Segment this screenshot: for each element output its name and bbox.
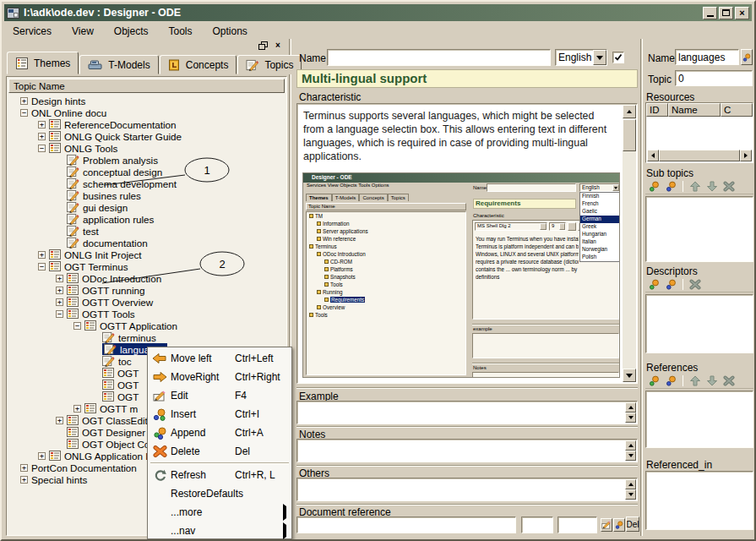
rp-name-edit-button[interactable] <box>741 49 753 65</box>
add-child-icon[interactable] <box>647 179 661 193</box>
example-spin-down-icon[interactable] <box>625 413 636 423</box>
document-reference-page-input[interactable] <box>522 517 552 533</box>
expander-icon[interactable]: − <box>73 322 81 330</box>
expander-icon[interactable]: − <box>20 109 28 117</box>
resources-table[interactable]: IDNameC <box>645 102 753 163</box>
tree-item[interactable]: gui design <box>8 201 285 213</box>
maximize-button[interactable] <box>719 7 733 19</box>
close-button[interactable]: × <box>735 7 749 19</box>
others-field[interactable] <box>296 478 638 501</box>
menu-objects[interactable]: Objects <box>114 25 149 37</box>
tree-item[interactable]: +Design hints <box>8 95 285 107</box>
example-spin-up-icon[interactable] <box>625 402 636 413</box>
expander-icon[interactable]: + <box>56 287 63 294</box>
tree-item[interactable]: application rules <box>8 213 285 225</box>
tab-t-models[interactable]: T-Models <box>79 55 158 74</box>
menu-view[interactable]: View <box>72 25 94 37</box>
notes-spin-down-icon[interactable] <box>625 451 636 461</box>
context-menu-item----nav[interactable]: ...nav <box>149 522 291 540</box>
tree-item[interactable]: conceptual design <box>8 166 285 178</box>
characteristic-scrollbar[interactable] <box>623 105 636 382</box>
add-child-icon[interactable] <box>647 277 661 291</box>
descriptors-list[interactable] <box>645 294 753 353</box>
expander-icon[interactable]: + <box>56 275 63 282</box>
resources-column-id[interactable]: ID <box>646 103 668 117</box>
scroll-down-icon[interactable] <box>623 369 636 382</box>
rp-name-input[interactable] <box>676 50 738 64</box>
context-menu-item----more[interactable]: ...more <box>149 503 291 522</box>
expander-icon[interactable]: + <box>38 133 46 140</box>
expander-icon[interactable]: − <box>38 263 46 270</box>
menu-options[interactable]: Options <box>213 25 247 37</box>
notes-spin-up-icon[interactable] <box>625 440 636 451</box>
tree-item[interactable]: −OGTT Application <box>8 320 285 331</box>
menu-tools[interactable]: Tools <box>169 25 193 37</box>
tree-item[interactable]: terminus <box>8 331 285 343</box>
context-menu-item-delete[interactable]: DeleteDel <box>149 442 291 461</box>
expander-icon[interactable]: + <box>73 405 81 413</box>
tree-item[interactable]: +ONLG Init Project <box>8 249 285 260</box>
others-spin-down-icon[interactable] <box>625 489 636 500</box>
hscroll-left-icon[interactable] <box>647 150 659 161</box>
resources-hscrollbar[interactable] <box>647 150 752 161</box>
tree-item[interactable]: −ONL Online docu <box>8 107 285 118</box>
tree-item[interactable]: −OGTT Tools <box>8 308 285 320</box>
expander-icon[interactable]: + <box>20 97 28 105</box>
minimize-button[interactable] <box>703 7 717 19</box>
add-ref-icon[interactable] <box>664 374 678 387</box>
language-dropdown-arrow-icon[interactable] <box>593 50 606 65</box>
tree-item[interactable]: +ReferenceDocumentation <box>8 118 285 130</box>
tree-item[interactable]: +ONLG Quick Starter Guide <box>8 130 285 142</box>
scroll-up-icon[interactable] <box>623 105 636 118</box>
up-icon[interactable] <box>688 179 702 193</box>
language-checkbox[interactable] <box>612 52 624 63</box>
close-panel-icon[interactable]: × <box>272 40 284 51</box>
document-reference-input[interactable] <box>297 517 515 533</box>
hscroll-right-icon[interactable] <box>740 150 752 161</box>
language-select[interactable]: English <box>555 49 607 66</box>
resources-column-name[interactable]: Name <box>668 103 721 117</box>
references-list[interactable] <box>645 391 753 448</box>
expander-icon[interactable]: + <box>56 298 63 306</box>
remove-icon[interactable] <box>721 179 736 193</box>
resources-column-c[interactable]: C <box>721 103 753 117</box>
tab-themes[interactable]: Themes <box>7 52 79 74</box>
float-panel-icon[interactable] <box>257 40 269 51</box>
context-menu-item-refresh[interactable]: RefreshCtrl+R, L <box>149 466 291 484</box>
remove-icon[interactable] <box>688 277 702 291</box>
tab-concepts[interactable]: Concepts <box>160 55 237 74</box>
add-child-icon[interactable] <box>647 374 661 387</box>
hscroll-thumb[interactable] <box>659 150 740 161</box>
up-icon[interactable] <box>688 374 702 387</box>
expander-icon[interactable]: + <box>56 417 63 424</box>
context-menu-item-append[interactable]: AppendCtrl+A <box>149 424 291 442</box>
tree-item[interactable]: +OGTT running <box>8 284 285 296</box>
tree-item[interactable]: busines rules <box>8 189 285 201</box>
expander-icon[interactable]: − <box>56 310 63 318</box>
tree-item[interactable]: test <box>8 225 285 237</box>
expander-icon[interactable]: − <box>38 145 46 152</box>
tree-item[interactable]: documentation <box>8 237 285 249</box>
scroll-thumb[interactable] <box>623 119 636 151</box>
tree-item[interactable]: −OGT Terminus <box>8 260 285 272</box>
add-ref-icon[interactable] <box>664 179 678 193</box>
context-menu-item-insert[interactable]: InsertCtrl+I <box>149 405 291 424</box>
menu-services[interactable]: Services <box>13 25 52 37</box>
example-field[interactable] <box>296 401 638 424</box>
document-reference-delete-button[interactable]: Del <box>626 516 639 532</box>
expander-icon[interactable]: + <box>38 251 46 259</box>
sub-topics-list[interactable] <box>645 196 753 262</box>
document-reference-extra-input[interactable] <box>558 517 596 533</box>
expander-icon[interactable]: + <box>38 121 46 128</box>
expander-icon[interactable]: + <box>20 476 28 484</box>
document-reference-edit-button[interactable] <box>601 518 612 532</box>
document-reference-add-button[interactable] <box>613 518 625 532</box>
name-input[interactable] <box>328 50 550 65</box>
tree-item[interactable]: −ONLG Tools <box>8 142 285 154</box>
context-menu-item-move-left[interactable]: Move leftCtrl+Left <box>149 349 291 368</box>
down-icon[interactable] <box>704 179 719 193</box>
tree-item[interactable]: Problem analysis <box>8 154 285 166</box>
context-menu-item-restoredefaults[interactable]: RestoreDefaults <box>149 484 291 503</box>
tree-item[interactable]: schema development <box>8 178 285 189</box>
rp-topic-input[interactable] <box>676 71 752 85</box>
